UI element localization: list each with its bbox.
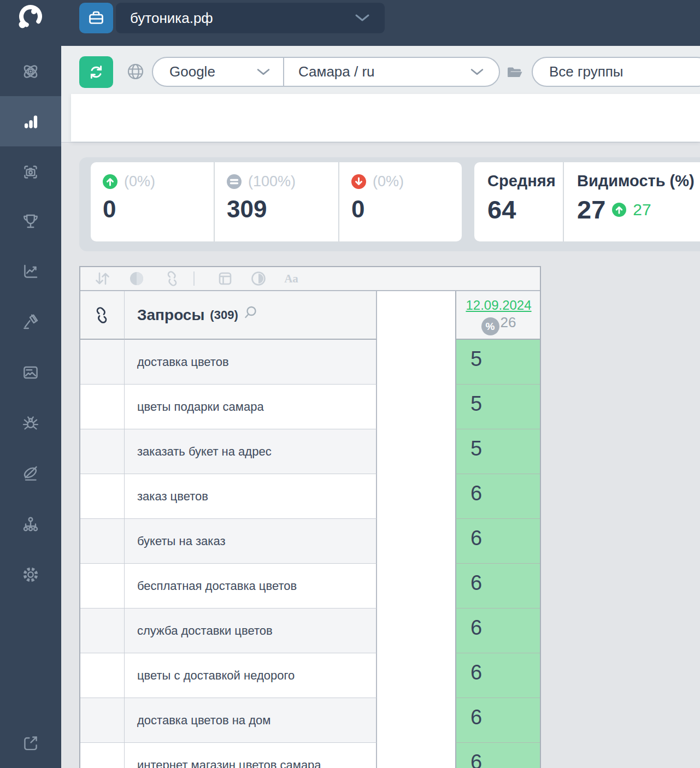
row-link-cell[interactable] bbox=[79, 340, 124, 385]
toolbar-sub-panel bbox=[71, 94, 700, 141]
sidebar-item-site-structure[interactable] bbox=[0, 499, 61, 550]
row-link-cell[interactable] bbox=[79, 653, 124, 698]
arrow-up-circle-icon bbox=[103, 174, 117, 189]
trophy-icon bbox=[20, 211, 41, 232]
header-queries-column[interactable]: Запросы (309) bbox=[124, 291, 377, 340]
stat-up-value: 0 bbox=[103, 196, 214, 223]
average-position-card: Средняя 64 bbox=[474, 162, 563, 241]
sidebar-item-settings[interactable] bbox=[0, 550, 61, 600]
row-link-cell[interactable] bbox=[79, 609, 124, 653]
sidebar-item-bids[interactable] bbox=[0, 297, 61, 347]
query-cell[interactable]: цветы с доставкой недорого bbox=[124, 653, 377, 698]
average-value: 64 bbox=[487, 194, 516, 225]
sidebar-item-competitors[interactable] bbox=[0, 196, 61, 246]
position-cell[interactable]: 5 bbox=[455, 340, 541, 385]
query-cell[interactable]: доставка цветов bbox=[124, 340, 377, 385]
visibility-value: 27 bbox=[577, 194, 605, 225]
contrast-icon[interactable] bbox=[248, 266, 269, 291]
groups-filter-input[interactable]: Все группы bbox=[532, 57, 700, 87]
sidebar-item-ads[interactable] bbox=[0, 347, 61, 398]
position-cell[interactable]: 6 bbox=[455, 743, 541, 768]
search-engine-select[interactable]: Google bbox=[153, 58, 284, 86]
position-cell[interactable]: 6 bbox=[455, 609, 541, 653]
search-icon[interactable] bbox=[238, 310, 259, 321]
stat-same-percent: (100%) bbox=[248, 173, 296, 190]
arrow-up-circle-icon bbox=[612, 203, 626, 217]
stat-card-up: (0%) 0 bbox=[91, 162, 214, 241]
row-link-cell[interactable] bbox=[79, 429, 124, 474]
query-cell[interactable]: бесплатная доставка цветов bbox=[124, 564, 377, 609]
sidebar-item-open-site[interactable] bbox=[0, 718, 61, 768]
briefcase-icon bbox=[86, 8, 106, 28]
query-cell[interactable]: интернет магазин цветов самара bbox=[124, 743, 377, 768]
query-cell[interactable]: заказ цветов bbox=[124, 474, 377, 519]
position-cell[interactable]: 6 bbox=[455, 474, 541, 519]
visibility-label: Видимость (%) bbox=[577, 172, 700, 190]
globe-icon bbox=[126, 62, 145, 81]
position-cell[interactable]: 5 bbox=[455, 429, 541, 474]
table-column-gap bbox=[377, 291, 455, 768]
row-link-cell[interactable] bbox=[79, 743, 124, 768]
position-cell[interactable]: 6 bbox=[455, 698, 541, 743]
query-cell[interactable]: доставка цветов на дом bbox=[124, 698, 377, 743]
folder-icon[interactable] bbox=[506, 64, 523, 80]
query-cell[interactable]: цветы подарки самара bbox=[124, 385, 377, 429]
stat-up-percent: (0%) bbox=[124, 173, 155, 190]
sidebar-item-snapshots[interactable] bbox=[0, 147, 61, 197]
query-cell[interactable]: букеты на заказ bbox=[124, 519, 377, 564]
stat-card-down: (0%) 0 bbox=[338, 162, 462, 241]
project-domain: бутоника.рф bbox=[130, 10, 354, 27]
sidebar-item-radar[interactable] bbox=[0, 448, 61, 499]
radar-dish-icon bbox=[20, 463, 41, 484]
header-link-column[interactable] bbox=[79, 291, 124, 340]
query-cell[interactable]: служба доставки цветов bbox=[124, 609, 377, 653]
chevron-down-icon bbox=[354, 13, 385, 23]
project-briefcase-button[interactable] bbox=[79, 3, 113, 33]
chevron-down-icon bbox=[469, 67, 499, 77]
row-link-cell[interactable] bbox=[79, 698, 124, 743]
billboard-icon bbox=[20, 362, 41, 383]
date-column-link[interactable]: 12.09.2024 bbox=[466, 298, 531, 313]
visibility-delta: 27 bbox=[633, 200, 651, 219]
row-link-cell[interactable] bbox=[79, 519, 124, 564]
sort-icon[interactable] bbox=[91, 266, 113, 291]
link-columns-icon[interactable] bbox=[161, 266, 183, 291]
bar-chart-icon bbox=[20, 111, 41, 132]
chain-link-icon bbox=[92, 305, 111, 325]
stat-same-value: 309 bbox=[227, 196, 338, 223]
queries-count: (309) bbox=[210, 308, 238, 322]
stat-down-value: 0 bbox=[351, 196, 462, 223]
sidebar-item-trends[interactable] bbox=[0, 246, 61, 297]
query-cell[interactable]: заказать букет на адрес bbox=[124, 429, 377, 474]
position-cell[interactable]: 6 bbox=[455, 653, 541, 698]
refresh-button[interactable] bbox=[79, 56, 113, 88]
camera-snapshot-icon bbox=[20, 162, 41, 182]
row-link-cell[interactable] bbox=[79, 385, 124, 429]
project-selector-dropdown[interactable]: бутоника.рф bbox=[116, 3, 385, 33]
row-link-cell[interactable] bbox=[79, 474, 124, 519]
sidebar-item-projects[interactable] bbox=[0, 46, 61, 97]
sidebar-item-crawler[interactable] bbox=[0, 398, 61, 448]
sidebar bbox=[0, 0, 61, 768]
refresh-icon bbox=[87, 63, 105, 81]
target-toggle-icon[interactable] bbox=[126, 266, 148, 291]
layout-panel-icon[interactable] bbox=[214, 266, 236, 291]
topvisor-logo-icon[interactable] bbox=[11, 0, 49, 36]
position-cell[interactable]: 6 bbox=[455, 519, 541, 564]
position-change-cards: (0%) 0 (100%) 309 (0%) 0 bbox=[91, 162, 462, 241]
position-cell[interactable]: 5 bbox=[455, 385, 541, 429]
header-date-column: 12.09.2024 % 26 bbox=[455, 291, 541, 340]
chevron-down-icon bbox=[256, 67, 283, 77]
position-cell[interactable]: 6 bbox=[455, 564, 541, 609]
queries-header-label: Запросы bbox=[137, 306, 204, 324]
visibility-card: Видимость (%) 27 27 bbox=[563, 162, 700, 241]
sidebar-item-positions[interactable] bbox=[0, 96, 61, 146]
region-select[interactable]: Самара / ru bbox=[284, 58, 499, 86]
stat-card-same: (100%) 309 bbox=[214, 162, 338, 241]
gavel-icon bbox=[20, 312, 41, 333]
arrow-down-circle-icon bbox=[351, 174, 366, 189]
spider-bug-icon bbox=[20, 413, 41, 434]
row-link-cell[interactable] bbox=[79, 564, 124, 609]
stat-down-percent: (0%) bbox=[373, 173, 404, 190]
text-format-icon[interactable]: Aa bbox=[280, 266, 302, 291]
